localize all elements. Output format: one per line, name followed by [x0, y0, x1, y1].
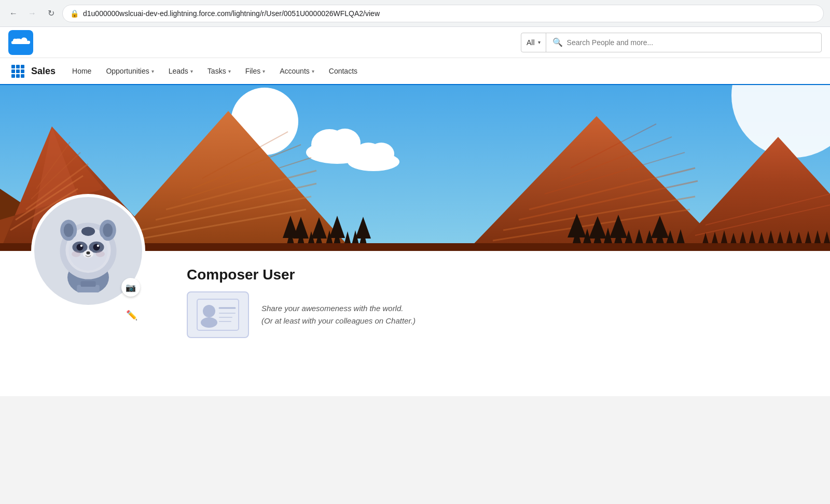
- svg-point-98: [93, 244, 100, 250]
- nav-item-tasks[interactable]: Tasks ▾: [201, 58, 237, 85]
- search-container: All ▾ 🔍: [521, 33, 822, 52]
- contact-card-icon: [187, 291, 249, 338]
- topbar: All ▾ 🔍: [0, 27, 830, 58]
- chatter-section: Share your awesomeness with the world. (…: [187, 291, 809, 338]
- svg-point-102: [86, 251, 90, 255]
- leads-chevron-icon: ▾: [190, 68, 193, 74]
- search-scope-dropdown[interactable]: All ▾: [521, 33, 546, 52]
- tasks-chevron-icon: ▾: [228, 68, 231, 74]
- camera-button[interactable]: 📷: [121, 278, 140, 297]
- chatter-message: Share your awesomeness with the world. (…: [261, 302, 416, 327]
- sf-app: All ▾ 🔍 Sales Hom: [0, 27, 830, 396]
- salesforce-logo[interactable]: [8, 30, 33, 55]
- nav-leads-label: Leads: [169, 67, 188, 75]
- accounts-chevron-icon: ▾: [312, 68, 314, 74]
- chatter-line1: Share your awesomeness with the world.: [261, 302, 416, 315]
- nav-item-leads[interactable]: Leads ▾: [162, 58, 199, 85]
- svg-point-105: [81, 227, 95, 235]
- nav-item-files[interactable]: Files ▾: [239, 58, 272, 85]
- nav-contacts-label: Contacts: [329, 67, 357, 75]
- nav-item-contacts[interactable]: Contacts: [323, 58, 364, 85]
- chatter-line2: (Or at least with your colleagues on Cha…: [261, 315, 416, 327]
- nav-files-label: Files: [245, 67, 261, 75]
- reload-button[interactable]: ↻: [44, 6, 58, 21]
- nav-item-accounts[interactable]: Accounts ▾: [273, 58, 321, 85]
- pencil-icon: ✏️: [126, 310, 137, 321]
- nav-home-label: Home: [72, 67, 91, 75]
- url-text: d1u000000wslcuai-dev-ed.lightning.force.…: [83, 9, 380, 18]
- svg-point-109: [203, 305, 215, 317]
- user-name: Composer User: [187, 267, 809, 283]
- avatar-wrapper: 📷 ✏️: [31, 194, 145, 308]
- svg-point-91: [64, 223, 74, 237]
- search-scope-label: All: [527, 38, 535, 47]
- svg-point-93: [103, 223, 113, 237]
- profile-section: 📷 ✏️ Composer User: [0, 251, 830, 396]
- navbar: Sales Home Opportunities ▾ Leads ▾ Tasks…: [0, 58, 830, 85]
- search-input-wrap: 🔍: [546, 37, 821, 47]
- search-input[interactable]: [567, 38, 815, 47]
- svg-point-110: [201, 317, 217, 328]
- opportunities-chevron-icon: ▾: [151, 68, 154, 74]
- app-launcher-dots-icon: [11, 65, 24, 78]
- nav-accounts-label: Accounts: [280, 67, 310, 75]
- nav-item-home[interactable]: Home: [66, 58, 98, 85]
- files-chevron-icon: ▾: [262, 68, 265, 74]
- app-launcher-button[interactable]: [8, 62, 27, 80]
- browser-chrome: ← → ↻ 🔒 d1u000000wslcuai-dev-ed.lightnin…: [0, 0, 830, 27]
- search-icon: 🔍: [552, 37, 563, 47]
- edit-avatar-button[interactable]: ✏️: [123, 307, 140, 324]
- svg-point-100: [97, 245, 99, 247]
- nav-tasks-label: Tasks: [208, 67, 226, 75]
- camera-icon: 📷: [126, 283, 136, 292]
- svg-rect-107: [80, 281, 95, 287]
- nav-opportunities-label: Opportunities: [106, 67, 149, 75]
- back-button[interactable]: ←: [6, 6, 21, 21]
- svg-point-103: [72, 251, 80, 257]
- address-bar[interactable]: 🔒 d1u000000wslcuai-dev-ed.lightning.forc…: [62, 5, 824, 22]
- forward-button[interactable]: →: [25, 6, 39, 21]
- svg-point-104: [96, 251, 105, 257]
- app-name: Sales: [31, 66, 56, 77]
- svg-point-97: [76, 244, 83, 250]
- lock-icon: 🔒: [70, 9, 79, 18]
- nav-item-opportunities[interactable]: Opportunities ▾: [100, 58, 160, 85]
- svg-point-99: [80, 245, 82, 247]
- scope-chevron-icon: ▾: [538, 39, 541, 45]
- svg-point-7: [368, 143, 394, 165]
